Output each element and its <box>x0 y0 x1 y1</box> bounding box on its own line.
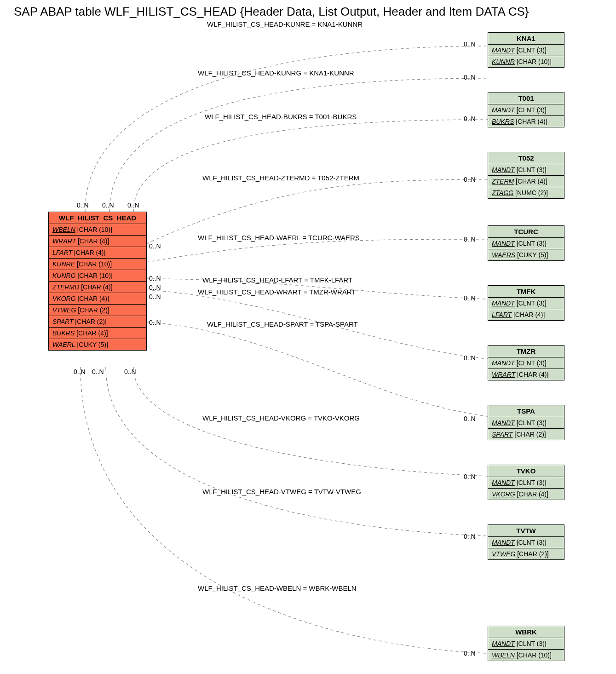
cardinality: 0..N <box>149 275 161 282</box>
edge-label: WLF_HILIST_CS_HEAD-LFART = TMFK-LFART <box>202 276 352 284</box>
field-name: BUKRS <box>492 118 514 125</box>
field-type: [CHAR (4)] <box>78 237 109 245</box>
entity-tspa: TSPA MANDT [CLNT (3)] SPART [CHAR (2)] <box>488 405 564 440</box>
entity-header: T052 <box>488 152 564 164</box>
field-type: [CLNT (3)] <box>517 359 547 367</box>
cardinality: 0..N <box>464 115 476 122</box>
field-name: MANDT <box>492 419 515 426</box>
field-row: KUNNR [CHAR (10)] <box>488 56 564 67</box>
field-row: LFART [CHAR (4)] <box>488 309 564 320</box>
field-row: MANDT [CLNT (3)] <box>488 238 564 249</box>
field-type: [CHAR (10)] <box>517 58 552 65</box>
cardinality: 0..N <box>127 202 139 209</box>
field-name: KUNRE <box>52 260 75 268</box>
cardinality: 0..N <box>464 533 476 540</box>
field-name: ZTERM <box>492 178 514 185</box>
cardinality: 0..N <box>464 40 476 48</box>
field-row: VTWEG [CHAR (2)] <box>49 305 146 316</box>
field-type: [CHAR (10)] <box>77 260 112 268</box>
field-name: MANDT <box>492 359 515 367</box>
field-row: BUKRS [CHAR (4)] <box>488 116 564 127</box>
cardinality: 0..N <box>464 236 476 243</box>
entity-header: WBRK <box>488 626 564 638</box>
edge-label: WLF_HILIST_CS_HEAD-VKORG = TVKO-VKORG <box>202 414 360 422</box>
field-type: [CLNT (3)] <box>517 539 547 546</box>
field-type: [CLNT (3)] <box>517 419 547 426</box>
field-type: [CHAR (4)] <box>77 295 109 302</box>
entity-header: TVKO <box>488 465 564 477</box>
field-row: SPART [CHAR (2)] <box>49 316 146 328</box>
field-name: LFART <box>52 249 72 256</box>
field-name: MANDT <box>492 240 515 247</box>
edge-label: WLF_HILIST_CS_HEAD-KUNRG = KNA1-KUNNR <box>198 69 354 77</box>
field-type: [CHAR (10)] <box>77 226 112 233</box>
field-type: [CHAR (4)] <box>517 371 548 378</box>
field-type: [CUKY (5)] <box>77 341 108 348</box>
field-name: KUNRG <box>52 272 76 279</box>
field-name: LFART <box>492 311 512 318</box>
field-name: MANDT <box>492 479 515 486</box>
entity-kna1: KNA1 MANDT [CLNT (3)] KUNNR [CHAR (10)] <box>488 32 564 68</box>
entity-main-header: WLF_HILIST_CS_HEAD <box>49 212 146 224</box>
field-name: WRART <box>492 371 515 378</box>
field-type: [CHAR (4)] <box>81 283 112 291</box>
entity-header: TSPA <box>488 405 564 417</box>
field-type: [CHAR (2)] <box>517 550 548 558</box>
cardinality: 0..N <box>149 284 161 291</box>
cardinality: 0..N <box>464 294 476 302</box>
field-row: MANDT [CLNT (3)] <box>488 477 564 489</box>
field-name: MANDT <box>492 300 515 307</box>
field-type: [CHAR (4)] <box>516 118 547 125</box>
field-type: [NUMC (2)] <box>515 189 548 196</box>
edge-label: WLF_HILIST_CS_HEAD-WAERL = TCURC-WAERS <box>198 234 360 242</box>
field-row: ZTERM [CHAR (4)] <box>488 176 564 187</box>
edge-label: WLF_HILIST_CS_HEAD-VTWEG = TVTW-VTWEG <box>202 488 361 495</box>
field-row: VKORG [CHAR (4)] <box>488 489 564 500</box>
field-name: ZTAGG <box>492 189 513 196</box>
field-name: VTWEG <box>492 550 515 558</box>
field-type: [CLNT (3)] <box>517 106 547 114</box>
diagram-title: SAP ABAP table WLF_HILIST_CS_HEAD {Heade… <box>14 5 529 19</box>
field-row: MANDT [CLNT (3)] <box>488 298 564 309</box>
cardinality: 0..N <box>149 319 161 326</box>
cardinality: 0..N <box>149 293 161 300</box>
field-type: [CLNT (3)] <box>517 479 547 486</box>
field-name: VTWEG <box>52 306 76 314</box>
field-type: [CHAR (2)] <box>78 306 109 314</box>
entity-header: TVTW <box>488 525 564 537</box>
field-row: LFART [CHAR (4)] <box>49 247 146 259</box>
field-name: WBELN <box>52 226 75 233</box>
field-name: MANDT <box>492 166 515 173</box>
cardinality: 0..N <box>74 368 86 375</box>
field-row: VKORG [CHAR (4)] <box>49 293 146 305</box>
edge-label: WLF_HILIST_CS_HEAD-WBELN = WBRK-WBELN <box>198 584 357 592</box>
field-type: [CHAR (4)] <box>74 249 105 256</box>
field-type: [CHAR (4)] <box>517 490 548 498</box>
field-row: VTWEG [CHAR (2)] <box>488 548 564 559</box>
field-type: [CHAR (2)] <box>514 431 546 438</box>
field-row: MANDT [CLNT (3)] <box>488 417 564 429</box>
field-row: WRART [CHAR (4)] <box>488 369 564 380</box>
field-name: WAERL <box>52 341 75 348</box>
field-name: VKORG <box>492 490 515 498</box>
field-row: MANDT [CLNT (3)] <box>488 45 564 56</box>
field-row: MANDT [CLNT (3)] <box>488 638 564 650</box>
entity-t001: T001 MANDT [CLNT (3)] BUKRS [CHAR (4)] <box>488 92 564 127</box>
edge-label: WLF_HILIST_CS_HEAD-ZTERMD = T052-ZTERM <box>202 174 359 182</box>
field-row: MANDT [CLNT (3)] <box>488 357 564 369</box>
field-type: [CHAR (2)] <box>75 318 106 325</box>
field-row: KUNRE [CHAR (10)] <box>49 259 146 270</box>
field-row: WRART [CHAR (4)] <box>49 236 146 247</box>
entity-tmfk: TMFK MANDT [CLNT (3)] LFART [CHAR (4)] <box>488 285 564 321</box>
entity-header: KNA1 <box>488 33 564 45</box>
field-name: MANDT <box>492 106 515 114</box>
field-name: SPART <box>52 318 73 325</box>
entity-header: TCURC <box>488 226 564 238</box>
entity-wbrk: WBRK MANDT [CLNT (3)] WBELN [CHAR (10)] <box>488 626 564 661</box>
entity-header: TMZR <box>488 346 564 357</box>
edge-label: WLF_HILIST_CS_HEAD-WRART = TMZR-WRART <box>198 288 356 296</box>
field-type: [CHAR (4)] <box>516 178 547 185</box>
field-row: ZTAGG [NUMC (2)] <box>488 187 564 198</box>
cardinality: 0..N <box>464 176 476 183</box>
cardinality: 0..N <box>92 368 104 375</box>
